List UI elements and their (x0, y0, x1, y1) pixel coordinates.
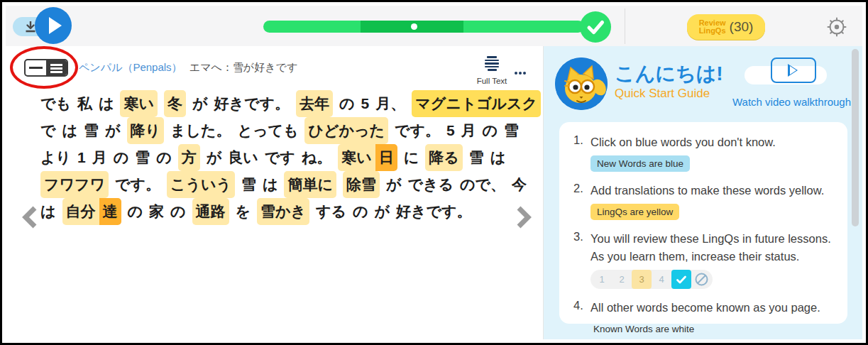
lingq-highlight[interactable]: 自分 (62, 198, 99, 225)
word-token[interactable]: 月 (92, 145, 107, 170)
lingq-highlight[interactable]: 降る (425, 144, 463, 171)
lingq-phrase-group[interactable]: 自分達 (62, 198, 121, 225)
lingq-highlight[interactable]: 通路 (192, 198, 229, 225)
word-token[interactable]: 今 (512, 172, 527, 197)
status-level-2[interactable]: 2 (612, 270, 632, 289)
greeting-heading: こんにちは! (615, 60, 723, 87)
gear-icon[interactable] (825, 16, 848, 38)
lingq-highlight[interactable]: 達 (99, 198, 121, 225)
lesson-complete-button[interactable] (580, 11, 611, 43)
word-token[interactable]: が (105, 118, 121, 143)
word-token[interactable]: です。 (395, 118, 440, 143)
lingq-highlight[interactable]: 降り (127, 117, 165, 144)
sentence-mode-button[interactable] (26, 60, 46, 75)
word-token[interactable]: の (170, 199, 186, 224)
step-number: 2. (573, 182, 590, 199)
word-token[interactable]: の (114, 145, 129, 170)
audio-progress-bar[interactable] (263, 21, 584, 33)
lingq-highlight[interactable]: 冬 (164, 90, 186, 117)
word-token[interactable]: 好きです。 (396, 199, 471, 224)
word-token[interactable]: で (40, 118, 56, 143)
paragraph-mode-button[interactable] (46, 60, 67, 75)
word-token[interactable]: 雪 (469, 145, 484, 170)
word-token[interactable]: ので、 (460, 172, 505, 197)
word-token[interactable]: です。 (115, 172, 160, 197)
word-token[interactable]: の (128, 199, 143, 224)
guide-subtitle: Quick Start Guide (615, 87, 710, 101)
lingq-highlight[interactable]: 雪かき (257, 198, 309, 225)
status-known-button[interactable] (671, 270, 691, 289)
word-token[interactable]: 5 (446, 118, 455, 143)
lingq-highlight[interactable]: マグニトゴルスク (412, 90, 541, 117)
word-token[interactable]: とっても (237, 118, 298, 143)
text-line: は自分達の家の通路を雪かきするのが好きです。 (40, 198, 537, 225)
word-token[interactable]: は (99, 91, 114, 116)
more-options-icon[interactable] (515, 65, 530, 70)
lingq-highlight[interactable]: フワフワ (40, 171, 109, 198)
progress-handle[interactable] (411, 23, 417, 30)
word-token[interactable]: は (490, 145, 506, 170)
word-token[interactable]: 雪 (504, 118, 519, 143)
status-level-3[interactable]: 3 (632, 270, 652, 289)
lingq-highlight[interactable]: ひどかった (304, 117, 388, 144)
word-token[interactable]: 雪 (84, 118, 99, 143)
word-token[interactable]: は (40, 199, 56, 224)
top-bar: Review LingQs (30) (6, 6, 862, 46)
word-token[interactable]: より (40, 145, 71, 170)
word-token[interactable]: 私 (77, 91, 92, 116)
word-token[interactable]: の (156, 145, 172, 170)
view-mode-toggle[interactable] (24, 59, 68, 77)
mascot-avatar (555, 58, 608, 110)
full-text-label: Full Text (471, 77, 513, 85)
lingq-highlight[interactable]: 日 (375, 144, 397, 171)
lingq-highlight[interactable]: こういう (167, 171, 235, 198)
lingq-highlight[interactable]: 除雪 (343, 171, 380, 198)
word-token[interactable]: に (404, 145, 419, 170)
word-token[interactable]: 良い (228, 145, 258, 170)
word-token[interactable]: 家 (149, 199, 164, 224)
word-token[interactable]: の (483, 118, 498, 143)
word-token[interactable]: 5 (361, 91, 369, 116)
lingq-phrase-group[interactable]: 寒い日 (338, 144, 397, 171)
full-text-button[interactable]: Full Text (471, 55, 513, 85)
word-token[interactable]: 雪 (241, 172, 256, 197)
sidebar-scrollbar[interactable] (852, 49, 859, 226)
word-token[interactable]: が (207, 145, 222, 170)
quick-start-card: 1.Click on blue words you don't know.New… (559, 122, 847, 324)
word-token[interactable]: の (353, 199, 368, 224)
lingq-highlight[interactable]: 寒い (120, 90, 158, 117)
lingq-highlight[interactable]: 簡単に (284, 171, 336, 198)
word-token[interactable]: 月 (461, 118, 476, 143)
word-token[interactable]: です (265, 145, 295, 170)
status-level-4[interactable]: 4 (652, 270, 671, 289)
watch-video-button[interactable] (771, 58, 816, 83)
word-token[interactable]: 好きです。 (214, 91, 289, 116)
word-token[interactable]: が (374, 199, 390, 224)
word-token[interactable]: は (62, 118, 78, 143)
word-token[interactable]: ました。 (170, 118, 231, 143)
previous-page-button[interactable] (21, 205, 39, 229)
status-level-1[interactable]: 1 (592, 270, 612, 289)
word-token[interactable]: でも (40, 91, 71, 116)
review-lingqs-button[interactable]: Review LingQs (30) (687, 14, 765, 40)
next-page-button[interactable] (515, 205, 533, 229)
word-token[interactable]: が (192, 91, 208, 116)
course-name[interactable]: ペンパル（Penpals） (79, 61, 182, 73)
word-token[interactable]: は (263, 172, 278, 197)
word-token[interactable]: できる (407, 172, 453, 197)
word-token[interactable]: 雪 (135, 145, 150, 170)
lingq-highlight[interactable]: 方 (178, 144, 200, 171)
video-walkthrough-link[interactable]: Watch video walkthrough (732, 96, 851, 108)
lingq-highlight[interactable]: 去年 (296, 90, 333, 117)
word-token[interactable]: ね。 (302, 145, 332, 170)
word-token[interactable]: 1 (77, 145, 86, 170)
lingq-highlight[interactable]: 寒い (338, 144, 375, 171)
word-token[interactable]: の (339, 91, 355, 116)
word-token[interactable]: が (386, 172, 402, 197)
word-token[interactable]: する (316, 199, 346, 224)
word-token[interactable]: 月、 (375, 91, 405, 116)
word-token[interactable]: を (236, 199, 251, 224)
play-audio-button[interactable] (35, 7, 72, 44)
status-ignore-button[interactable] (691, 270, 711, 289)
guide-step: 4.All other words become known as you pa… (573, 299, 833, 317)
